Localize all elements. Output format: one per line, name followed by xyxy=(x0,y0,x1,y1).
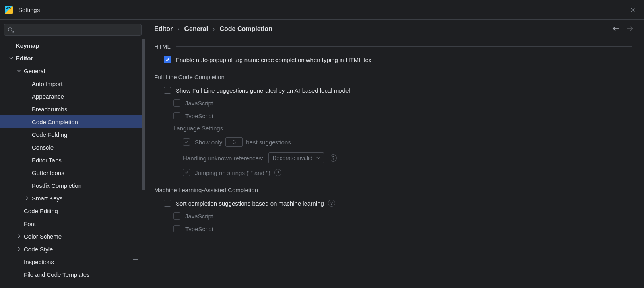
option-label: Jumping on strings ("" and '') xyxy=(195,169,270,176)
sidebar-item-label: Code Style xyxy=(24,246,53,253)
option-label: Sort completion suggestions based on mac… xyxy=(176,200,324,207)
section-title: HTML xyxy=(154,43,171,50)
sidebar-item-postfix-completion[interactable]: Postfix Completion xyxy=(0,179,145,192)
sidebar-item-font[interactable]: Font xyxy=(0,217,145,230)
option-label: TypeScript xyxy=(185,113,213,119)
sidebar-item-auto-import[interactable]: Auto Import xyxy=(0,77,145,90)
sidebar-item-label: Breadcrumbs xyxy=(32,106,67,113)
option-html-autopopup[interactable]: Enable auto-popup of tag name code compl… xyxy=(164,56,632,63)
checkbox-unchecked[interactable] xyxy=(164,200,171,207)
option-label: Show only xyxy=(195,139,222,146)
content-panel: Editor › General › Code Completion HTML xyxy=(145,20,644,288)
sidebar-item-label: Font xyxy=(24,220,36,227)
content-header: Editor › General › Code Completion xyxy=(154,25,634,33)
chevron-down-icon xyxy=(316,155,320,161)
sidebar-item-code-completion[interactable]: Code Completion xyxy=(0,115,145,128)
divider xyxy=(230,77,632,77)
divider xyxy=(264,190,632,190)
section-ml: Machine Learning-Assisted Completion Sor… xyxy=(154,187,632,232)
checkbox-disabled xyxy=(173,99,180,107)
chevron-down-icon xyxy=(8,55,14,61)
option-label: JavaScript xyxy=(185,100,213,107)
sidebar-item-keymap[interactable]: Keymap xyxy=(0,39,145,52)
sidebar-item-label: Code Completion xyxy=(32,119,78,125)
sidebar-item-label: Code Editing xyxy=(24,208,58,214)
section-full-line: Full Line Code Completion Show Full Line… xyxy=(154,74,632,176)
option-ml-sort[interactable]: Sort completion suggestions based on mac… xyxy=(164,200,632,207)
close-button[interactable] xyxy=(627,4,639,16)
option-fullline-ts: TypeScript xyxy=(173,112,632,119)
breadcrumb: Editor › General › Code Completion xyxy=(154,25,272,33)
check-icon xyxy=(184,140,188,144)
chevron-down-icon xyxy=(16,68,22,74)
sidebar-item-editor[interactable]: Editor xyxy=(0,52,145,64)
sidebar-item-label: Auto Import xyxy=(32,80,63,87)
titlebar: Settings xyxy=(0,0,644,20)
help-icon[interactable]: ? xyxy=(330,154,337,162)
breadcrumb-sep: › xyxy=(177,25,179,33)
sidebar-item-label: Editor Tabs xyxy=(32,157,62,163)
best-suggestions-input xyxy=(225,137,243,147)
option-label: Enable auto-popup of tag name code compl… xyxy=(176,56,373,63)
option-ml-js: JavaScript xyxy=(173,212,632,220)
option-fullline-js: JavaScript xyxy=(173,99,632,107)
subheading-language-settings: Language Settings xyxy=(173,125,632,132)
sidebar-item-code-folding[interactable]: Code Folding xyxy=(0,128,145,141)
checkbox-unchecked[interactable] xyxy=(164,87,171,94)
search-input[interactable] xyxy=(17,27,138,33)
breadcrumb-item[interactable]: Editor xyxy=(154,25,173,33)
sidebar-item-code-style[interactable]: Code Style xyxy=(0,243,145,255)
checkbox-disabled xyxy=(173,212,180,220)
sidebar-item-inspections[interactable]: Inspections xyxy=(0,255,145,268)
sidebar-item-label: Color Scheme xyxy=(24,233,62,240)
option-label: Show Full Line suggestions generated by … xyxy=(176,87,350,94)
sidebar: ▾ Keymap Editor General Auto Import Appe… xyxy=(0,20,145,288)
section-title: Full Line Code Completion xyxy=(154,74,225,80)
check-icon xyxy=(165,57,170,62)
close-icon xyxy=(630,7,636,13)
help-icon[interactable]: ? xyxy=(274,169,281,176)
option-ml-ts: TypeScript xyxy=(173,225,632,232)
settings-tree[interactable]: Keymap Editor General Auto Import Appear… xyxy=(0,39,145,288)
sidebar-item-smart-keys[interactable]: Smart Keys xyxy=(0,192,145,204)
help-icon[interactable]: ? xyxy=(328,200,335,207)
option-label: TypeScript xyxy=(185,226,213,232)
profile-badge-icon xyxy=(133,259,138,264)
sidebar-item-console[interactable]: Console xyxy=(0,141,145,154)
option-fullline-show[interactable]: Show Full Line suggestions generated by … xyxy=(164,87,632,94)
check-icon xyxy=(184,171,188,175)
sidebar-item-general[interactable]: General xyxy=(0,64,145,77)
breadcrumb-sep: › xyxy=(213,25,215,33)
forward-button xyxy=(627,26,634,33)
sidebar-item-label: File and Code Templates xyxy=(24,271,90,278)
checkbox-checked[interactable] xyxy=(164,56,171,63)
divider xyxy=(176,46,632,47)
section-title: Machine Learning-Assisted Completion xyxy=(154,187,258,193)
chevron-right-icon xyxy=(24,195,30,201)
back-button[interactable] xyxy=(612,26,619,33)
breadcrumb-item[interactable]: General xyxy=(184,25,208,33)
dropdown-caret-icon: ▾ xyxy=(12,29,14,33)
option-handling-unknown: Handling unknown references: Decorate in… xyxy=(183,152,632,163)
option-label: JavaScript xyxy=(185,213,213,220)
app-icon xyxy=(5,6,13,14)
sidebar-item-file-and-code-templates[interactable]: File and Code Templates xyxy=(0,268,145,281)
select-value: Decorate invalid xyxy=(273,155,312,161)
checkbox-disabled xyxy=(183,138,190,146)
sidebar-item-label: General xyxy=(24,68,45,74)
chevron-right-icon xyxy=(16,233,22,239)
sidebar-item-editor-tabs[interactable]: Editor Tabs xyxy=(0,154,145,166)
sidebar-item-color-scheme[interactable]: Color Scheme xyxy=(0,230,145,243)
sidebar-item-breadcrumbs[interactable]: Breadcrumbs xyxy=(0,103,145,115)
sidebar-item-label: Gutter Icons xyxy=(32,169,64,176)
sidebar-item-appearance[interactable]: Appearance xyxy=(0,90,145,103)
sidebar-item-label: Keymap xyxy=(16,42,39,49)
search-field[interactable]: ▾ xyxy=(4,24,142,36)
sidebar-item-code-editing[interactable]: Code Editing xyxy=(0,204,145,217)
scrollbar[interactable] xyxy=(142,39,145,190)
svg-point-0 xyxy=(8,28,12,31)
sidebar-item-label: Console xyxy=(32,144,54,151)
window-title: Settings xyxy=(18,6,40,13)
sidebar-item-gutter-icons[interactable]: Gutter Icons xyxy=(0,166,145,179)
option-jumping-strings: Jumping on strings ("" and '') ? xyxy=(183,169,632,176)
